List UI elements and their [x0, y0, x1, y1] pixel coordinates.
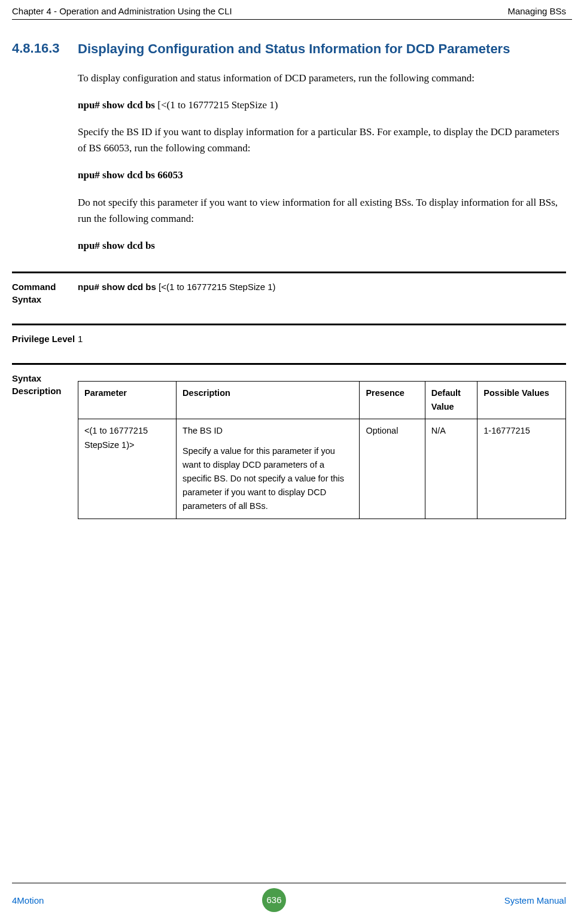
- syntax-description-section: Syntax Description Parameter Description…: [12, 363, 566, 519]
- header-default-value: Default Value: [425, 382, 477, 419]
- command-syntax-bold: npu# show dcd bs: [78, 282, 159, 292]
- main-content: 4.8.16.3 Displaying Configuration and St…: [0, 20, 584, 519]
- page-number: 636: [262, 888, 286, 912]
- paragraph-5: Do not specify this parameter if you wan…: [78, 194, 566, 227]
- syntax-table: Parameter Description Presence Default V…: [78, 381, 566, 519]
- syntax-description-label: Syntax Description: [12, 372, 78, 519]
- paragraph-3: Specify the BS ID if you want to display…: [78, 124, 566, 156]
- command-syntax-section: Command Syntax npu# show dcd bs [<(1 to …: [12, 272, 566, 519]
- table-header-row: Parameter Description Presence Default V…: [78, 382, 566, 419]
- privilege-level-row: Privilege Level 1: [12, 324, 566, 345]
- table-row: <(1 to 16777215 StepSize 1)> The BS ID S…: [78, 419, 566, 519]
- description-rest: Specify a value for this parameter if yo…: [182, 444, 353, 514]
- section-title: Displaying Configuration and Status Info…: [78, 41, 510, 58]
- command-syntax-value: npu# show dcd bs [<(1 to 16777215 StepSi…: [78, 280, 276, 306]
- header-description: Description: [177, 382, 360, 419]
- header-possible-values: Possible Values: [477, 382, 566, 419]
- syntax-table-container: Parameter Description Presence Default V…: [78, 381, 566, 519]
- privilege-level-value: 1: [78, 333, 83, 345]
- cell-description: The BS ID Specify a value for this param…: [177, 419, 360, 519]
- command-rest: [<(1 to 16777215 StepSize 1): [157, 99, 278, 111]
- cell-default-value: N/A: [425, 419, 477, 519]
- header-right: Managing BSs: [507, 6, 566, 16]
- footer-left: 4Motion: [12, 895, 44, 905]
- cell-parameter: <(1 to 16777215 StepSize 1)>: [78, 419, 177, 519]
- command-syntax-label: Command Syntax: [12, 280, 78, 306]
- header-left: Chapter 4 - Operation and Administration…: [12, 6, 232, 16]
- description-line1: The BS ID: [182, 424, 353, 438]
- cell-presence: Optional: [360, 419, 425, 519]
- paragraph-6: npu# show dcd bs: [78, 237, 566, 254]
- section-heading: 4.8.16.3 Displaying Configuration and St…: [12, 41, 566, 58]
- paragraph-2: npu# show dcd bs [<(1 to 16777215 StepSi…: [78, 97, 566, 113]
- command-syntax-row: Command Syntax npu# show dcd bs [<(1 to …: [12, 272, 566, 306]
- page-header: Chapter 4 - Operation and Administration…: [0, 0, 584, 19]
- header-presence: Presence: [360, 382, 425, 419]
- paragraph-1: To display configuration and status info…: [78, 70, 566, 86]
- paragraph-4: npu# show dcd bs 66053: [78, 167, 566, 183]
- privilege-level-label: Privilege Level: [12, 333, 78, 345]
- header-parameter: Parameter: [78, 382, 177, 419]
- command-bold: npu# show dcd bs: [78, 99, 157, 111]
- page-footer: 4Motion 636 System Manual: [12, 883, 566, 912]
- footer-divider: [12, 883, 566, 883]
- cell-possible-values: 1-16777215: [477, 419, 566, 519]
- section-number: 4.8.16.3: [12, 41, 78, 58]
- footer-right: System Manual: [504, 895, 566, 905]
- footer-content: 4Motion 636 System Manual: [12, 888, 566, 912]
- command-syntax-rest: [<(1 to 16777215 StepSize 1): [159, 282, 276, 292]
